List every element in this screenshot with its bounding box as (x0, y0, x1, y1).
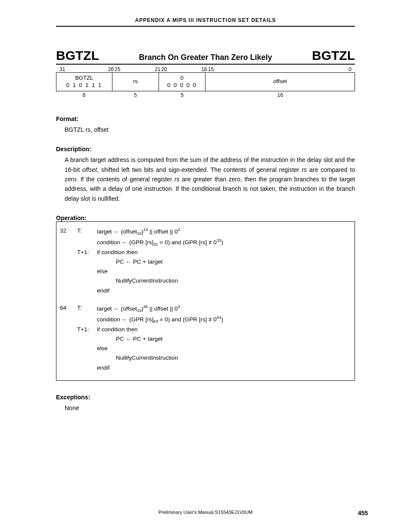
enc-top: BGTZL (56, 75, 112, 82)
format-text: BGTZL rs, offset (65, 125, 355, 134)
op-line-cond-64: condition ← (GPR [rs]63 = 0) and (GPR [r… (97, 314, 351, 325)
mode-64: 64 (60, 303, 75, 314)
desc-offset: offset (82, 166, 97, 173)
enc-bot: 0 0 0 0 0 (159, 82, 205, 89)
op-line-target-64: target ← (offset15)46 || offset || 02 (97, 303, 351, 314)
enc-top: offset (273, 78, 287, 85)
width-5a: 5 (112, 92, 159, 98)
c-b: = 0) and (GPR [rs] ≠ 0 (158, 316, 217, 322)
bit-15: 15 (207, 66, 214, 72)
appendix-header: APPENDIX A MIPS III INSTRUCTION SET DETA… (56, 17, 355, 26)
instruction-title: Branch On Greater Than Zero Likely (139, 53, 272, 62)
op-line-target-32: target ← (offset15)14 || offset || 02 (97, 226, 351, 237)
op-T-64: T: (77, 303, 94, 314)
desc-rs2: rs (174, 176, 180, 183)
op-if: if condition then (97, 248, 351, 257)
format-label: Format: (56, 115, 355, 122)
op-else: else (97, 267, 351, 276)
footer-center: Preliminary User's Manual S15543EJ1V0UM (43, 510, 368, 515)
enc-field-zero: 0 0 0 0 0 0 (159, 73, 206, 91)
op-pc-64: PC ← PC + target (97, 334, 351, 344)
mnemonic-right: BGTZL (312, 48, 355, 63)
t-sup: 46 (143, 304, 148, 309)
c-sub: 31 (153, 242, 158, 246)
width-16: 16 (206, 92, 355, 98)
c-c: ) (221, 239, 223, 245)
enc-top: rs (133, 78, 138, 85)
op-endif-64: endif (97, 363, 351, 373)
op-line-cond-32: condition ← (GPR [rs]31 = 0) and (GPR [r… (97, 237, 351, 248)
encoding-diagram: 31 26 25 21 20 16 15 0 BGTZL 0 1 0 1 1 1… (56, 66, 355, 98)
t-c: || offset || 0 (148, 305, 177, 312)
width-5b: 5 (159, 92, 206, 98)
t-sup2: 2 (178, 304, 180, 309)
instruction-header: BGTZL Branch On Greater Than Zero Likely… (56, 48, 355, 65)
exceptions-label: Exceptions: (56, 394, 355, 401)
operation-label: Operation: (56, 215, 355, 221)
op-T: T: (77, 226, 94, 237)
bit-26: 26 (108, 66, 114, 72)
bit-20: 20 (160, 66, 206, 72)
c-b: = 0) and (GPR [rs] ≠ 0 (158, 239, 217, 245)
bit-21: 21 (155, 66, 160, 72)
bit-31: 31 (58, 66, 113, 72)
c-a: condition ← (GPR [rs] (97, 239, 153, 245)
c-sup: 64 (217, 315, 221, 320)
t-sup2: 2 (178, 227, 180, 232)
enc-top: 0 (159, 75, 205, 82)
bit-0: 0 (349, 66, 353, 72)
bit-16: 16 (201, 66, 207, 72)
encoding-table: BGTZL 0 1 0 1 1 1 rs 0 0 0 0 0 0 offset (56, 72, 355, 91)
t-sup: 14 (143, 227, 148, 232)
desc-b: , shifted left two bits and sign-extende… (97, 166, 302, 173)
t-sub: 15 (137, 308, 142, 313)
c-c: ) (221, 316, 223, 322)
t-a: target ← (offset (97, 228, 137, 235)
op-endif: endif (97, 286, 351, 296)
c-sub: 63 (153, 319, 158, 324)
header-rule (56, 26, 355, 27)
t-c: || offset || 0 (148, 228, 177, 235)
bit-positions: 31 26 25 21 20 16 15 0 (56, 66, 355, 72)
c-sup: 32 (217, 238, 221, 243)
op-nullify-64: NullifyCurrentInstruction (97, 353, 351, 363)
op-else-64: else (97, 344, 351, 353)
exceptions-text: None (65, 403, 355, 413)
enc-field-opcode: BGTZL 0 1 0 1 1 1 (56, 73, 112, 91)
op-pc: PC ← PC + target (97, 257, 351, 267)
width-6: 6 (56, 92, 112, 98)
desc-rs1: rs (302, 166, 307, 173)
t-sub: 15 (137, 231, 142, 236)
op-32: 32 T: target ← (offset15)14 || offset ||… (60, 226, 351, 296)
op-nullify: NullifyCurrentInstruction (97, 276, 351, 286)
page-footer: Preliminary User's Manual S15543EJ1V0UM … (43, 510, 368, 516)
op-T1-64: T+1: (77, 325, 94, 334)
op-if-64: if condition then (97, 325, 351, 334)
mnemonic-left: BGTZL (56, 48, 99, 63)
op-64: 64 T: target ← (offset15)46 || offset ||… (60, 303, 351, 373)
enc-bot: 0 1 0 1 1 1 (56, 82, 112, 89)
bit-25: 25 (114, 66, 160, 72)
operation-box: 32 T: target ← (offset15)14 || offset ||… (56, 222, 355, 381)
c-a: condition ← (GPR [rs] (97, 316, 153, 322)
mode-32: 32 (60, 226, 75, 237)
description-text: A branch target address is computed from… (65, 155, 355, 203)
enc-field-offset: offset (206, 73, 355, 91)
op-T1: T+1: (77, 248, 94, 257)
enc-field-rs: rs (112, 73, 159, 91)
description-label: Description: (56, 146, 355, 152)
field-widths: 6 5 5 16 (56, 92, 355, 98)
t-a: target ← (offset (97, 305, 137, 312)
